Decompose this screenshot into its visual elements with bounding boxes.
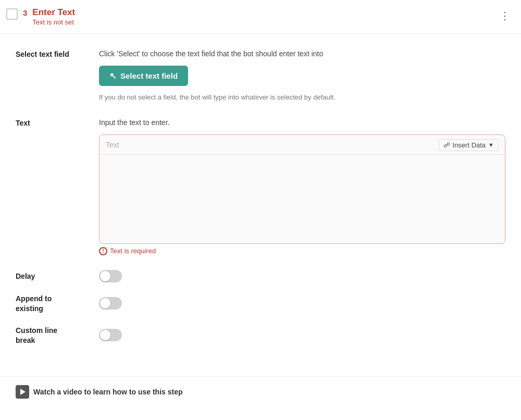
header-title: Enter Text [32, 7, 75, 18]
append-existing-content [99, 297, 505, 310]
text-input-placeholder: Text [106, 141, 119, 149]
select-field-content: Click 'Select' to choose the text field … [99, 48, 505, 103]
text-input-header: Text ☍ Insert Data ▼ [100, 135, 505, 155]
delay-row: Delay [16, 270, 505, 282]
insert-data-icon: ☍ [443, 141, 450, 149]
cursor-icon: ↖ [109, 71, 116, 81]
custom-line-break-label: Custom line break [16, 325, 99, 346]
select-field-label: Select text field [16, 48, 99, 60]
delay-content [99, 270, 505, 282]
delay-toggle[interactable] [99, 270, 122, 282]
append-existing-toggle-thumb [100, 298, 110, 308]
append-existing-row: Append to existing [16, 293, 505, 314]
delay-toggle-thumb [100, 271, 110, 281]
text-content: Input the text to enter. Text ☍ Insert D… [99, 117, 505, 255]
select-text-field-button[interactable]: ↖ Select text field [99, 66, 188, 86]
play-triangle-icon [20, 389, 26, 395]
insert-data-button[interactable]: ☍ Insert Data ▼ [439, 139, 499, 151]
text-description: Input the text to enter. [99, 117, 505, 128]
error-message: Text is required [110, 247, 156, 255]
text-error: ! Text is required [99, 247, 505, 255]
more-options-icon[interactable]: ⋮ [498, 8, 513, 23]
chevron-down-icon: ▼ [488, 142, 494, 148]
header-title-group: Enter Text Text is not set [32, 7, 75, 26]
video-footer: Watch a video to learn how to use this s… [0, 376, 521, 407]
text-input-container: Text ☍ Insert Data ▼ [99, 134, 505, 244]
video-link-text[interactable]: Watch a video to learn how to use this s… [33, 388, 183, 396]
custom-line-break-toggle[interactable] [99, 329, 122, 341]
header: 3 Enter Text Text is not set ⋮ [0, 0, 521, 34]
error-icon: ! [99, 247, 107, 255]
append-existing-label: Append to existing [16, 293, 99, 314]
header-subtitle: Text is not set [32, 18, 75, 26]
main-content: Select text field Click 'Select' to choo… [0, 34, 521, 371]
step-number: 3 [23, 8, 27, 17]
step-checkbox[interactable] [6, 8, 18, 20]
select-btn-label: Select text field [120, 71, 178, 80]
insert-data-label: Insert Data [453, 141, 486, 149]
text-input-body[interactable] [100, 155, 505, 243]
select-field-hint: If you do not select a field, the bot wi… [99, 92, 505, 103]
text-label: Text [16, 117, 99, 129]
custom-line-break-row: Custom line break [16, 325, 505, 346]
play-icon-box[interactable] [16, 385, 29, 399]
append-existing-toggle[interactable] [99, 297, 122, 310]
header-left: 3 Enter Text Text is not set [6, 7, 75, 26]
select-field-description: Click 'Select' to choose the text field … [99, 48, 505, 59]
select-field-row: Select text field Click 'Select' to choo… [16, 48, 505, 103]
text-row: Text Input the text to enter. Text ☍ Ins… [16, 117, 505, 255]
custom-line-break-content [99, 329, 505, 341]
delay-label: Delay [16, 270, 99, 282]
